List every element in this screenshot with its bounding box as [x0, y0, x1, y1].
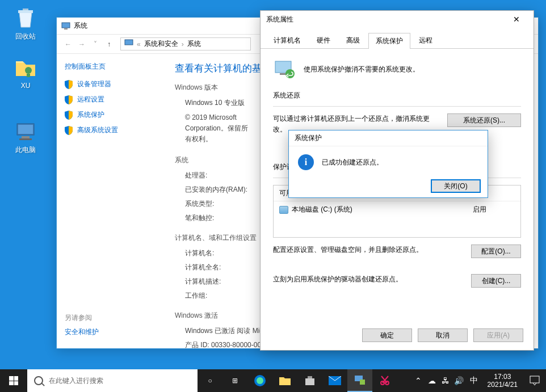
configure-button[interactable]: 配置(O)... — [471, 245, 521, 258]
divider — [273, 106, 521, 107]
ok-button[interactable]: 确定 — [362, 328, 412, 342]
desktop-icon-folder-xu[interactable]: XU — [6, 56, 45, 90]
sidebar: 控制面板主页 设备管理器 远程设置 系统保护 高级系统设置 另请参阅 安全和维护 — [57, 54, 165, 348]
shield-icon — [65, 126, 73, 135]
tray-overflow-button[interactable]: ⌃ — [411, 369, 425, 392]
config-desc: 配置还原设置、管理磁盘空间，并且删除还原点。 — [273, 245, 464, 255]
sidebar-link-remote[interactable]: 远程设置 — [65, 95, 157, 104]
label-compfull: 计算机全名: — [185, 263, 259, 272]
cortana-button[interactable]: ○ — [198, 369, 222, 392]
clock[interactable]: 17:03 2021/4/21 — [482, 373, 523, 389]
drive-row[interactable]: 本地磁盘 (C:) (系统) 启用 — [274, 201, 520, 237]
desktop-icon-thispc[interactable]: 此电脑 — [6, 119, 45, 155]
create-button[interactable]: 创建(C)... — [471, 274, 521, 288]
link-security-maint[interactable]: 安全和维护 — [65, 327, 99, 337]
cp-home-link[interactable]: 控制面板主页 — [65, 62, 157, 71]
copyright-text: © 2019 Microsoft Corporation。保留所有权利。 — [185, 112, 253, 145]
messagebox: 系统保护 i 已成功创建还原点。 关闭(O) — [288, 130, 488, 198]
drive-icon — [279, 206, 288, 214]
action-center-button[interactable] — [523, 369, 546, 392]
messagebox-title: 系统保护 — [295, 133, 322, 143]
taskbar: 在此键入进行搜索 ○ ⊞ ⌃ ☁ 🖧 🔊 中 17:03 2021/4/21 — [0, 369, 546, 392]
tab-hardware[interactable]: 硬件 — [309, 32, 338, 48]
pc-icon — [124, 39, 133, 49]
pc-icon — [14, 119, 37, 143]
clock-time: 17:03 — [488, 373, 518, 381]
search-icon — [34, 376, 43, 385]
taskview-button[interactable]: ⊞ — [222, 369, 247, 392]
svg-rect-5 — [19, 138, 32, 140]
create-desc: 立刻为启用系统保护的驱动器创建还原点。 — [273, 274, 464, 285]
cancel-button[interactable]: 取消 — [418, 328, 468, 342]
tray-volume-icon[interactable]: 🔊 — [452, 369, 466, 392]
sidebar-link-devicemgr[interactable]: 设备管理器 — [65, 79, 157, 89]
sidebar-link-sysprotect[interactable]: 系统保护 — [65, 110, 157, 120]
clock-date: 2021/4/21 — [488, 381, 518, 389]
see-also: 另请参阅 安全和维护 — [65, 313, 99, 337]
svg-rect-6 — [62, 23, 70, 28]
taskbar-app-mail[interactable] — [322, 369, 347, 392]
tab-sysprotect[interactable]: 系统保护 — [368, 33, 410, 49]
tray-network-icon[interactable]: 🖧 — [439, 369, 452, 392]
apply-button: 应用(A) — [473, 328, 523, 342]
label-systype: 系统类型: — [185, 199, 259, 209]
taskbar-app-edge[interactable] — [247, 369, 272, 392]
address-bar[interactable]: « 系统和安全 › 系统 — [120, 37, 251, 50]
close-button[interactable]: 关闭(O) — [431, 179, 481, 193]
messagebox-titlebar[interactable]: 系统保护 — [289, 130, 488, 146]
label-compdesc: 计算机描述: — [185, 277, 259, 286]
folder-icon — [14, 56, 37, 79]
svg-rect-4 — [22, 136, 30, 138]
pc-icon — [61, 22, 70, 31]
dialog-titlebar[interactable]: 系统属性 ✕ — [261, 11, 534, 28]
label-workgroup: 工作组: — [185, 291, 259, 301]
taskbar-app-store[interactable] — [297, 369, 322, 392]
dialog-title: 系统属性 — [266, 15, 293, 24]
nav-recent-button[interactable]: ˅ — [89, 37, 102, 51]
ime-button[interactable]: 中 — [466, 369, 482, 392]
window-title: 系统 — [74, 21, 87, 31]
system-restore-button[interactable]: 系统还原(S)... — [447, 113, 521, 127]
nav-back-button[interactable]: ← — [61, 37, 75, 51]
svg-rect-8 — [125, 40, 133, 45]
svg-point-13 — [257, 377, 263, 384]
breadcrumb-item[interactable]: 系统 — [187, 39, 201, 49]
tab-remote[interactable]: 远程 — [411, 32, 440, 48]
search-box[interactable]: 在此键入进行搜索 — [27, 369, 198, 392]
nav-up-button[interactable]: ↑ — [102, 37, 116, 51]
taskbar-app-explorer[interactable] — [272, 369, 297, 392]
drive-state: 启用 — [473, 205, 515, 214]
search-placeholder: 在此键入进行搜索 — [49, 376, 103, 386]
shield-icon — [65, 80, 73, 89]
label-ram: 已安装的内存(RAM): — [185, 185, 259, 195]
label-cpu: 处理器: — [185, 171, 259, 180]
messagebox-text: 已成功创建还原点。 — [322, 158, 383, 167]
svg-point-0 — [25, 67, 32, 74]
system-tray: ⌃ ☁ 🖧 🔊 中 17:03 2021/4/21 — [411, 369, 546, 392]
info-icon: i — [298, 154, 314, 170]
svg-rect-16 — [360, 380, 365, 385]
windows-logo-icon — [9, 376, 18, 385]
intro-text: 使用系统保护撤消不需要的系统更改。 — [304, 65, 419, 74]
svg-rect-7 — [64, 28, 68, 29]
shield-icon — [65, 111, 73, 120]
sidebar-link-advanced[interactable]: 高级系统设置 — [65, 125, 157, 135]
close-button[interactable]: ✕ — [505, 12, 528, 27]
svg-rect-19 — [530, 376, 539, 383]
breadcrumb-item[interactable]: 系统和安全 — [144, 39, 178, 49]
start-button[interactable] — [0, 369, 27, 392]
restore-monitor-icon — [273, 58, 296, 81]
tab-advanced[interactable]: 高级 — [339, 32, 367, 48]
tab-computername[interactable]: 计算机名 — [266, 32, 308, 48]
section-restore-hd: 系统还原 — [273, 91, 521, 100]
shield-icon — [65, 95, 73, 104]
taskbar-app-snip[interactable] — [372, 369, 397, 392]
taskbar-app-control-panel[interactable] — [347, 369, 372, 392]
tray-onedrive-icon[interactable]: ☁ — [425, 369, 439, 392]
svg-rect-3 — [18, 125, 33, 134]
tabstrip: 计算机名 硬件 高级 系统保护 远程 — [261, 28, 534, 49]
desktop-icon-recycle[interactable]: 回收站 — [6, 6, 45, 41]
windows-version: Windows 10 专业版 — [185, 98, 245, 108]
svg-rect-1 — [27, 74, 30, 77]
drive-name: 本地磁盘 (C:) (系统) — [292, 205, 352, 214]
